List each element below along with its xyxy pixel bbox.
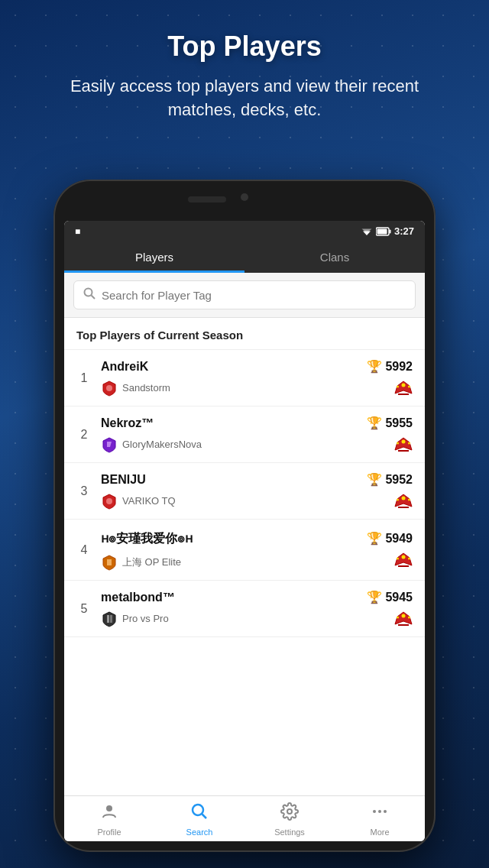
player-clan: 上海 OP Elite [101, 554, 358, 571]
svg-point-32 [384, 810, 387, 813]
player-score: 🏆 5955 [367, 416, 413, 453]
svg-marker-1 [361, 228, 371, 233]
player-score: 🏆 5952 [367, 472, 413, 510]
tab-clans[interactable]: Clans [244, 241, 425, 273]
score-number: 5992 [385, 360, 413, 374]
svg-point-26 [106, 805, 112, 811]
phone-frame: ■ 3:27 Players C [53, 180, 436, 852]
svg-rect-4 [389, 229, 390, 233]
player-rank: 3 [76, 484, 92, 498]
clan-name: Pro vs Pro [122, 613, 169, 624]
svg-point-31 [378, 810, 381, 813]
player-rank: 4 [76, 543, 92, 557]
svg-point-12 [397, 442, 399, 445]
trophy-icon: 🏆 [367, 531, 382, 546]
player-row-1[interactable]: 1 AndreiK Sandstorm 🏆 5992 [64, 350, 425, 406]
svg-point-23 [402, 614, 406, 618]
clan-name: VARIKO TQ [122, 495, 176, 507]
player-score: 🏆 5992 [367, 359, 413, 397]
player-name: metalbond™ [101, 591, 358, 604]
status-time: 3:27 [394, 225, 414, 237]
score-number: 5949 [385, 532, 413, 546]
nav-item-settings[interactable]: Settings [244, 802, 335, 837]
trophy-icon: 🏆 [367, 416, 382, 430]
search-bar [64, 273, 425, 318]
phone-screen: ■ 3:27 Players C [64, 221, 425, 841]
player-name: Nekroz™ [101, 416, 358, 430]
svg-point-13 [408, 442, 410, 445]
trophy-icon: 🏆 [367, 472, 382, 487]
tab-players[interactable]: Players [64, 241, 244, 273]
player-clan: Pro vs Pro [101, 611, 358, 627]
tab-bar: Players Clans [64, 241, 425, 273]
score-top: 🏆 5955 [367, 416, 413, 430]
svg-point-5 [85, 289, 92, 296]
nav-label-search: Search [186, 828, 213, 837]
player-name: BENIJU [101, 473, 358, 487]
score-top: 🏆 5945 [367, 590, 413, 604]
status-icons: 3:27 [361, 225, 414, 237]
svg-point-20 [408, 558, 410, 560]
svg-point-8 [402, 384, 406, 387]
player-info: Nekroz™ GloryMakersNova [101, 416, 358, 453]
svg-point-14 [106, 498, 112, 504]
svg-point-10 [408, 386, 410, 388]
score-number: 5955 [385, 416, 413, 430]
player-rank: 2 [76, 428, 92, 442]
crown-icon [394, 491, 413, 510]
player-info: BENIJU VARIKO TQ [101, 473, 358, 510]
svg-point-9 [397, 386, 399, 388]
phone-speaker [188, 196, 226, 202]
crown-icon [394, 435, 413, 453]
trophy-icon: 🏆 [367, 590, 382, 604]
more-icon [371, 802, 389, 825]
phone-camera [241, 193, 248, 201]
svg-rect-21 [107, 615, 109, 623]
player-name: ʜ๏安瑾我爱你๏ʜ [101, 529, 358, 548]
search-icon [83, 287, 96, 303]
player-row-4[interactable]: 4 ʜ๏安瑾我爱你๏ʜ 上海 OP Elite 🏆 5949 [64, 520, 425, 581]
status-app-icon: ■ [75, 226, 80, 237]
page-title: Top Players [46, 31, 443, 63]
wifi-icon [361, 227, 373, 236]
score-top: 🏆 5952 [367, 472, 413, 487]
clan-badge-icon [101, 611, 118, 627]
player-clan: VARIKO TQ [101, 493, 358, 510]
player-rank: 5 [76, 602, 92, 616]
nav-item-search[interactable]: Search [154, 802, 244, 837]
svg-point-15 [402, 497, 406, 500]
svg-point-17 [408, 499, 410, 501]
search-input-wrap[interactable] [73, 280, 416, 309]
svg-point-30 [373, 810, 376, 813]
nav-label-settings: Settings [274, 828, 305, 837]
svg-point-7 [106, 385, 112, 391]
nav-item-profile[interactable]: Profile [64, 802, 154, 837]
clan-badge-icon [101, 554, 118, 571]
player-clan: GloryMakersNova [101, 436, 358, 453]
clan-badge-icon [101, 493, 118, 510]
svg-point-25 [408, 617, 410, 619]
trophy-icon: 🏆 [367, 359, 382, 374]
score-top: 🏆 5992 [367, 359, 413, 374]
nav-label-more: More [370, 828, 389, 837]
player-score: 🏆 5945 [367, 590, 413, 627]
clan-name: Sandstorm [122, 382, 170, 394]
svg-point-18 [402, 555, 406, 559]
svg-point-16 [397, 499, 399, 501]
battery-icon [376, 227, 391, 236]
search-input[interactable] [102, 289, 406, 302]
player-row-3[interactable]: 3 BENIJU VARIKO TQ 🏆 5952 [64, 463, 425, 520]
bottom-nav: Profile Search Setting [64, 795, 425, 841]
player-row-2[interactable]: 2 Nekroz™ GloryMakersNova 🏆 5955 [64, 406, 425, 463]
clan-name: GloryMakersNova [122, 439, 202, 450]
score-top: 🏆 5949 [367, 531, 413, 546]
player-row-5[interactable]: 5 metalbond™ Pro vs Pro 🏆 [64, 581, 425, 637]
clan-badge-icon [101, 380, 118, 397]
svg-point-11 [402, 440, 406, 444]
nav-item-more[interactable]: More [335, 802, 425, 837]
svg-point-29 [287, 809, 292, 814]
crown-icon [394, 550, 413, 568]
svg-rect-3 [377, 228, 387, 234]
crown-icon [394, 378, 413, 397]
page-header: Top Players Easily access top players an… [0, 0, 489, 145]
